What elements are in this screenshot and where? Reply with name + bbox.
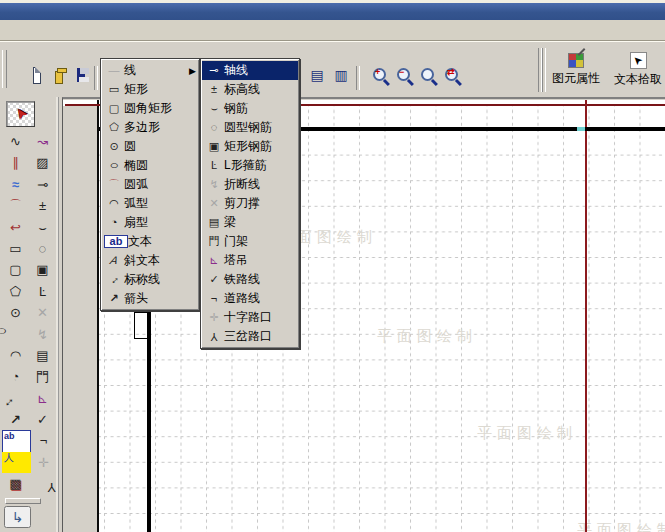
double-line-icon[interactable]: ∥	[2, 152, 29, 173]
palette-row: ⬠ Ŀ	[2, 281, 56, 302]
rectangle-icon[interactable]: ▭	[2, 238, 29, 259]
menu-item[interactable]: ⊾ 塔吊	[202, 251, 298, 270]
element-properties-icon	[568, 53, 584, 68]
road-icon[interactable]: ¬	[31, 430, 56, 451]
menu-item[interactable]: ✓ 铁路线	[202, 270, 298, 289]
new-file-icon[interactable]	[26, 64, 48, 86]
menu-item[interactable]: ◠ 弧型	[102, 194, 198, 213]
rebar-icon: ⌣	[204, 103, 224, 114]
road-icon: ¬	[204, 293, 224, 304]
tile-vertical-icon[interactable]: ▥	[330, 64, 352, 86]
zoom-in-icon[interactable]: +	[364, 64, 386, 86]
rebar-icon[interactable]: ⌣	[29, 217, 56, 238]
sector-icon: ◔	[104, 217, 124, 228]
beam-icon[interactable]: ▤	[29, 345, 56, 366]
palette-row: ab ¬	[2, 430, 56, 451]
polyline-icon[interactable]: ∿	[2, 131, 29, 152]
rect-rebar-icon: ▣	[204, 141, 224, 152]
line-menu-item-icon: —	[104, 65, 124, 76]
menu-item[interactable]: ✕ 剪刀撑	[202, 194, 298, 213]
rounded-rectangle-icon[interactable]: ▢	[2, 259, 29, 280]
menu-item[interactable]: ○ 椭圆	[102, 156, 198, 175]
curve-icon[interactable]: ↝	[29, 131, 56, 152]
arc-icon: ⌒	[104, 179, 124, 190]
tower-crane-icon[interactable]: ⊾	[29, 388, 56, 409]
page-margin-line-vertical	[585, 100, 587, 532]
zoom-out-icon[interactable]: −	[388, 64, 410, 86]
menu-item[interactable]: ▢ 圆角矩形	[102, 99, 198, 118]
menu-item[interactable]: ▣ 矩形钢筋	[202, 137, 298, 156]
menu-item[interactable]: Ŀ L形箍筋	[202, 156, 298, 175]
dimension-line-icon: ↔	[103, 269, 125, 291]
tool-palette: ➤ ∿ ↝ ∥ ▨ ≈ ⊸ ⌒	[0, 97, 59, 532]
railway-icon[interactable]: ✓	[29, 409, 56, 430]
menu-item[interactable]: ab 文本	[102, 232, 198, 251]
palette-row: ▭ ◌	[2, 238, 56, 259]
menu-item[interactable]: ⊸ 轴线	[202, 61, 298, 80]
menu-item[interactable]: ⬠ 多边形	[102, 118, 198, 137]
polygon-icon: ⬠	[104, 122, 124, 133]
menu-item[interactable]: ↗ 箭头	[102, 289, 198, 308]
menu-bar[interactable]	[0, 20, 665, 41]
zoom-icon[interactable]	[412, 64, 434, 86]
l-stirrup-icon[interactable]: Ŀ	[29, 281, 56, 302]
menu-item[interactable]: ⊙ 圆	[102, 137, 198, 156]
hook-line-icon[interactable]: ↩	[2, 217, 29, 238]
palette-row: ○ ↯	[2, 324, 56, 345]
menu-item[interactable]: ✛ 十字路口	[202, 308, 298, 327]
select-arrow-tool-button[interactable]: ➤	[6, 101, 35, 127]
toolbar-gripper[interactable]	[2, 50, 7, 88]
menu-item[interactable]: ¬ 道路线	[202, 289, 298, 308]
text-icon[interactable]: ab	[2, 430, 31, 453]
scissor-brace-icon: ✕	[204, 198, 224, 209]
hatch-icon[interactable]: ▨	[29, 152, 56, 173]
axis-line-icon[interactable]: ⊸	[29, 174, 56, 195]
watermark-text: 平面图绘制	[477, 424, 577, 443]
menu-item[interactable]: ▤ 梁	[202, 213, 298, 232]
menu-item[interactable]: — 线 ▶	[102, 61, 198, 80]
circle-icon: ⊙	[104, 141, 124, 152]
polygon-icon[interactable]: ⬠	[2, 281, 29, 302]
open-folder-icon[interactable]	[48, 64, 70, 86]
round-rebar-icon[interactable]: ◌	[29, 238, 56, 259]
menu-item[interactable]: ◔ 扇型	[102, 213, 198, 232]
tile-horizontal-icon[interactable]: ▤	[306, 64, 328, 86]
title-bar[interactable]	[0, 3, 665, 20]
menu-item[interactable]: Y 三岔路口	[202, 327, 298, 346]
menu-item[interactable]: ▭ 矩形	[102, 80, 198, 99]
crossroad-icon[interactable]: ✛	[31, 452, 56, 473]
ellipse-icon[interactable]: ○	[0, 324, 35, 345]
rounded-rectangle-icon: ▢	[104, 103, 124, 114]
arch-icon[interactable]: ◠	[2, 345, 29, 366]
text-pickup-icon: ➤	[630, 52, 647, 69]
palette-row: ▩ Y	[2, 473, 56, 494]
step-line-tool-button[interactable]: ↳	[4, 506, 31, 528]
zoom-dynamic-icon[interactable]: ⇄	[436, 64, 458, 86]
arc-icon[interactable]: ⌒	[2, 195, 29, 216]
elevation-line-icon: ±	[204, 84, 224, 95]
line-submenu: ⊸ 轴线 ± 标高线 ⌣ 钢筋 ◌ 圆型钢筋 ▣ 矩形钢筋	[200, 58, 300, 349]
menu-item[interactable]: A 斜文本	[102, 251, 198, 270]
y-junction-icon[interactable]: Y	[29, 473, 56, 494]
menu-item[interactable]: ± 标高线	[202, 80, 298, 99]
menu-item[interactable]: 門 门架	[202, 232, 298, 251]
legend-icon[interactable]: ▩	[2, 473, 29, 494]
app-window: ▤▥ +−⇄ 图元属性 ➤ 文本拾取	[0, 0, 665, 532]
menu-item[interactable]: ⌣ 钢筋	[202, 99, 298, 118]
menu-item[interactable]: ◌ 圆型钢筋	[202, 118, 298, 137]
scissor-brace-icon[interactable]: ✕	[29, 302, 56, 323]
axis-notch-line	[134, 312, 148, 313]
rect-rebar-icon[interactable]: ▣	[29, 259, 56, 280]
menu-item[interactable]: ↯ 折断线	[202, 175, 298, 194]
palette-row: ◔ 門	[2, 366, 56, 387]
menu-item[interactable]: ⌒ 圆弧	[102, 175, 198, 194]
circle-icon[interactable]: ⊙	[2, 302, 29, 323]
text-pickup-icon[interactable]: ➤ 文本拾取	[608, 47, 665, 93]
spline-icon[interactable]: ≈	[2, 174, 29, 195]
save-icon[interactable]	[70, 64, 92, 86]
menu-item[interactable]: ↔ 标称线	[102, 270, 198, 289]
element-properties-icon[interactable]: 图元属性	[546, 47, 606, 93]
walker-icon[interactable]: 人	[2, 452, 31, 473]
gantry-icon[interactable]: 門	[29, 366, 56, 387]
elevation-line-icon[interactable]: ±	[29, 195, 56, 216]
